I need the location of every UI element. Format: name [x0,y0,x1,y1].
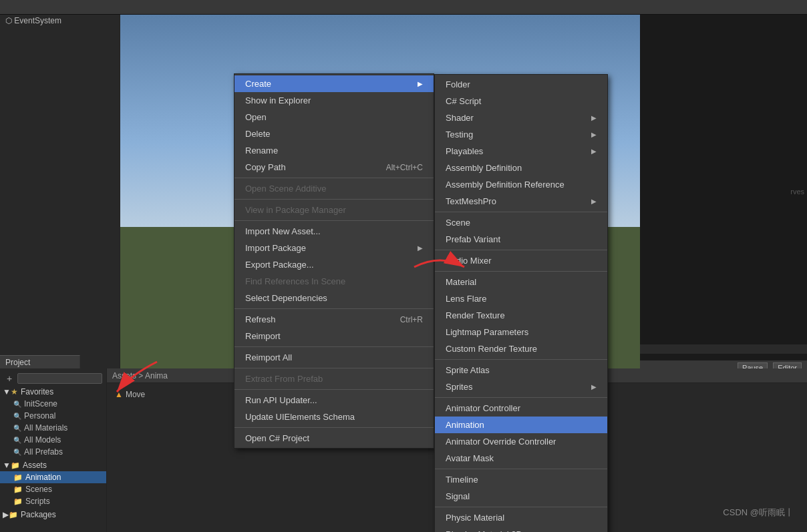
submenu-item-lightmap-parameters[interactable]: Lightmap Parameters [435,324,607,340]
submenu-item-physic-material[interactable]: Physic Material [435,509,607,526]
search-icon-prefabs: 🔍 [13,449,21,456]
menu-item-find-references: Find References In Scene [234,273,434,290]
all-materials-label: All Materials [24,423,67,433]
open-label: Open [245,112,267,122]
menu-item-import-new-asset[interactable]: Import New Asset... [234,223,434,240]
view-package-manager-label: View in Package Manager [245,205,346,215]
submenu-item-material[interactable]: Material [435,274,607,290]
sidebar-item-init-scene[interactable]: 🔍 InitScene [0,398,106,410]
playables-arrow: ▶ [591,148,597,155]
menu-item-export-package[interactable]: Export Package... [234,256,434,273]
menu-item-import-package[interactable]: Import Package ▶ [234,240,434,256]
scripts-folder-icon: 📁 [13,497,23,506]
submenu-item-playables[interactable]: Playables ▶ [435,143,607,160]
submenu-item-folder[interactable]: Folder [435,76,607,93]
open-csharp-label: Open C# Project [245,433,309,443]
menu-item-select-dependencies[interactable]: Select Dependencies [234,290,434,306]
hierarchy-event-system[interactable]: ⬡ EventSystem [0,15,120,27]
submenu-item-assembly-definition-reference[interactable]: Assembly Definition Reference [435,176,607,193]
menu-item-show-explorer[interactable]: Show in Explorer [234,92,434,109]
submenu-item-animation[interactable]: Animation [435,417,607,433]
event-system-icon: ⬡ [5,16,14,25]
animation-label: Animation [446,420,484,430]
menu-item-open-csharp[interactable]: Open C# Project [234,430,434,447]
submenu-item-shader[interactable]: Shader ▶ [435,109,607,126]
all-prefabs-label: All Prefabs [24,447,63,457]
add-button[interactable]: + [4,373,15,384]
create-submenu: Folder C# Script Shader ▶ Testing ▶ Play… [434,74,608,532]
submenu-item-textmeshpro[interactable]: TextMeshPro ▶ [435,193,607,210]
assets-arrow: ▼ [3,461,11,470]
sidebar-item-all-prefabs[interactable]: 🔍 All Prefabs [0,446,106,458]
animator-controller-label: Animator Controller [446,403,520,413]
search-icon-personal: 🔍 [13,413,21,420]
submenu-item-physics-material-2d[interactable]: Physics Material 2D [435,526,607,532]
packages-header[interactable]: ▶ 📁 Packages [0,509,106,521]
menu-item-create[interactable]: Create ▶ [234,75,434,92]
assets-header[interactable]: ▼ 📁 Assets [0,459,106,471]
personal-label: Personal [24,411,55,421]
submenu-item-prefab-variant[interactable]: Prefab Variant [435,231,607,248]
sidebar-search[interactable] [17,373,102,384]
submenu-item-testing[interactable]: Testing ▶ [435,126,607,143]
sidebar-item-all-models[interactable]: 🔍 All Models [0,434,106,446]
submenu-item-animator-controller[interactable]: Animator Controller [435,400,607,417]
context-menu: Create ▶ Show in Explorer Open Delete Re… [234,73,434,449]
menu-item-rename[interactable]: Rename [234,142,434,159]
menu-item-update-uielements[interactable]: Update UIElements Schema [234,409,434,425]
curves-scrollbar[interactable] [640,344,807,354]
favorites-header[interactable]: ▼ ★ Favorites [0,386,106,398]
sprites-label: Sprites [446,382,472,392]
submenu-item-avatar-mask[interactable]: Avatar Mask [435,450,607,467]
submenu-item-animator-override-controller[interactable]: Animator Override Controller [435,433,607,450]
reimport-label: Reimport [245,331,281,341]
project-sidebar: + ▼ ★ Favorites 🔍 InitScene 🔍 Personal 🔍… [0,368,107,532]
menu-item-run-api-updater[interactable]: Run API Updater... [234,392,434,409]
separator-1 [234,178,434,178]
avatar-mask-label: Avatar Mask [446,453,494,463]
rename-label: Rename [245,146,278,156]
submenu-item-signal[interactable]: Signal [435,488,607,505]
move-label: Move [126,390,145,399]
assembly-definition-reference-label: Assembly Definition Reference [446,180,564,190]
breadcrumb-text: Assets > Anima [112,371,168,380]
submenu-item-assembly-definition[interactable]: Assembly Definition [435,160,607,176]
assets-label: Assets [23,461,47,470]
separator-7 [234,389,434,390]
menu-item-reimport[interactable]: Reimport [234,328,434,344]
sidebar-toolbar: + [0,371,106,386]
submenu-item-custom-render-texture[interactable]: Custom Render Texture [435,340,607,357]
submenu-item-csharp-script[interactable]: C# Script [435,93,607,109]
project-tab[interactable]: Project [0,355,80,368]
copy-path-label: Copy Path [245,162,286,172]
init-scene-label: InitScene [24,399,57,409]
sidebar-item-all-materials[interactable]: 🔍 All Materials [0,422,106,434]
run-api-updater-label: Run API Updater... [245,395,317,405]
sidebar-item-scenes[interactable]: 📁 Scenes [0,483,106,495]
sidebar-item-personal[interactable]: 🔍 Personal [0,410,106,422]
sidebar-item-scripts[interactable]: 📁 Scripts [0,495,106,507]
menu-item-copy-path[interactable]: Copy Path Alt+Ctrl+C [234,159,434,176]
submenu-item-timeline[interactable]: Timeline [435,471,607,488]
submenu-sep-6 [435,469,607,469]
submenu-item-scene[interactable]: Scene [435,214,607,231]
submenu-item-sprite-atlas[interactable]: Sprite Atlas [435,362,607,378]
create-submenu-arrow: ▶ [418,80,423,87]
import-new-asset-label: Import New Asset... [245,226,321,236]
menu-item-refresh[interactable]: Refresh Ctrl+R [234,311,434,328]
separator-2 [234,199,434,200]
separator-6 [234,368,434,368]
submenu-item-audio-mixer[interactable]: Audio Mixer [435,252,607,269]
submenu-item-lens-flare[interactable]: Lens Flare [435,290,607,307]
textmeshpro-label: TextMeshPro [446,196,496,206]
physics-material-2d-label: Physics Material 2D [446,529,522,532]
submenu-item-sprites[interactable]: Sprites ▶ [435,378,607,395]
menu-item-delete[interactable]: Delete [234,125,434,142]
submenu-sep-5 [435,397,607,398]
packages-label: Packages [21,510,56,519]
sidebar-item-animation[interactable]: 📁 Animation [0,471,106,483]
menu-item-reimport-all[interactable]: Reimport All [234,349,434,366]
menu-item-open[interactable]: Open [234,109,434,125]
submenu-sep-1 [435,212,607,212]
submenu-item-render-texture[interactable]: Render Texture [435,307,607,324]
